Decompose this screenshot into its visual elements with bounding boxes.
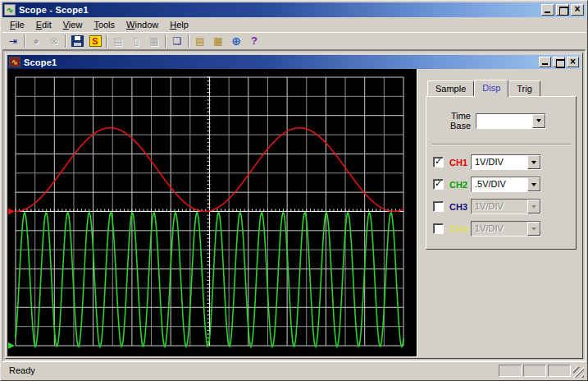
stop-icon: ⊗ bbox=[48, 35, 61, 47]
print-preview-icon: ▤ bbox=[112, 35, 125, 47]
scope-waveform-svg bbox=[7, 69, 417, 356]
chevron-down-icon bbox=[531, 227, 536, 231]
ch1-label: CH1 bbox=[444, 158, 471, 168]
time-base-dropdown[interactable] bbox=[476, 113, 546, 129]
status-pane-2 bbox=[523, 365, 546, 377]
ch2-label: CH2 bbox=[444, 180, 471, 190]
ch1-row: CH11V/DIV bbox=[433, 151, 571, 173]
child-body: SampleDispTrig Time Base bbox=[7, 69, 581, 356]
print-icon: ▦ bbox=[148, 35, 161, 47]
help-icon: ? bbox=[248, 35, 261, 47]
minimize-button[interactable] bbox=[539, 57, 551, 67]
ch4-dropdown-button bbox=[527, 222, 540, 236]
toolbar-separator bbox=[188, 34, 189, 48]
toolbar-separator bbox=[106, 34, 107, 48]
maximize-button[interactable] bbox=[553, 57, 565, 67]
menu-item-view[interactable]: View bbox=[57, 18, 89, 31]
ch1-scale-value[interactable]: 1V/DIV bbox=[472, 155, 527, 169]
app-window: ∿ Scope - Scope1 FileEditViewToolsWindow… bbox=[0, 0, 588, 381]
channel-rows: CH11V/DIVCH2.5V/DIVCH31V/DIVCH41V/DIV bbox=[433, 151, 571, 240]
ch1-scale-dropdown[interactable]: 1V/DIV bbox=[471, 154, 541, 170]
ch3-row: CH31V/DIV bbox=[433, 195, 571, 218]
ch3-checkbox[interactable] bbox=[433, 201, 444, 212]
toolbar-globe-button[interactable]: ⊕ bbox=[227, 33, 245, 49]
menu-bar: FileEditViewToolsWindowHelp bbox=[2, 17, 586, 32]
menu-item-file[interactable]: File bbox=[4, 18, 30, 31]
disp-tab-panel: Time Base CH11V/DIVCH2.5V/DIVCH31V/DIVCH… bbox=[426, 96, 577, 250]
toolbar-copy-button[interactable]: ❏ bbox=[168, 33, 186, 49]
ch4-row: CH41V/DIV bbox=[433, 218, 571, 240]
menu-item-edit[interactable]: Edit bbox=[30, 18, 57, 31]
copy-icon: ❏ bbox=[171, 35, 184, 47]
ch3-scale-dropdown: 1V/DIV bbox=[471, 199, 541, 214]
grid-icon: ▦ bbox=[212, 35, 225, 47]
status-panes bbox=[497, 365, 571, 377]
toolbar-separator bbox=[65, 34, 66, 48]
status-bar: Ready bbox=[2, 361, 586, 379]
s-badge-icon: S bbox=[89, 35, 102, 47]
toolbar-print-preview-button: ▤ bbox=[109, 33, 127, 49]
menu-item-help[interactable]: Help bbox=[164, 18, 194, 31]
minimize-button[interactable] bbox=[541, 4, 554, 16]
title-bar[interactable]: ∿ Scope - Scope1 bbox=[2, 2, 586, 17]
ch1-checkbox[interactable] bbox=[433, 157, 444, 168]
tab-disp[interactable]: Disp bbox=[474, 80, 508, 97]
menu-item-tools[interactable]: Tools bbox=[88, 18, 121, 31]
toolbar-print-button: ▦ bbox=[145, 33, 163, 49]
child-window-buttons bbox=[539, 57, 579, 67]
time-base-dropdown-button[interactable] bbox=[532, 114, 545, 128]
time-base-label: Time Base bbox=[430, 111, 471, 131]
window-buttons bbox=[541, 4, 584, 16]
ch4-scale-dropdown: 1V/DIV bbox=[471, 221, 541, 236]
child-window-title: Scope1 bbox=[24, 57, 539, 67]
exit-icon: ⇥ bbox=[7, 35, 20, 47]
ch1-dropdown-button[interactable] bbox=[527, 155, 540, 169]
toolbar-exit-button[interactable]: ⇥ bbox=[4, 33, 22, 49]
ch3-label: CH3 bbox=[444, 202, 471, 212]
tab-strip: SampleDispTrig bbox=[426, 79, 577, 96]
separator bbox=[431, 144, 571, 145]
toolbar-separator bbox=[24, 34, 25, 48]
chevron-down-icon bbox=[531, 183, 536, 186]
window-title: Scope - Scope1 bbox=[19, 5, 541, 15]
tab-trig[interactable]: Trig bbox=[508, 80, 540, 96]
control-panel: SampleDispTrig Time Base bbox=[417, 69, 581, 356]
ch2-dropdown-button[interactable] bbox=[527, 177, 540, 191]
toolbar-save-button[interactable] bbox=[68, 33, 86, 49]
paste-icon: ▯ bbox=[130, 35, 143, 47]
time-base-value[interactable] bbox=[476, 114, 532, 128]
toolbar-paste-button: ▯ bbox=[127, 33, 145, 49]
toolbar-grid-button[interactable]: ▦ bbox=[209, 33, 227, 49]
chevron-down-icon bbox=[531, 205, 536, 209]
toolbar-help-button[interactable]: ? bbox=[245, 33, 263, 49]
status-pane-1 bbox=[499, 365, 522, 377]
close-button[interactable] bbox=[571, 4, 584, 16]
scope1-child-window: ∿ Scope1 SampleDispTrig Time Base bbox=[5, 53, 583, 359]
toolbar-properties-button[interactable]: ▤ bbox=[191, 33, 209, 49]
child-title-bar[interactable]: ∿ Scope1 bbox=[7, 55, 581, 69]
toolbar: ⇥●⊗S▤▯▦❏▤▦⊕? bbox=[2, 32, 586, 50]
ch2-checkbox[interactable] bbox=[433, 179, 444, 190]
ch4-scale-value: 1V/DIV bbox=[472, 222, 527, 236]
status-text: Ready bbox=[9, 365, 497, 375]
ch3-dropdown-button bbox=[527, 200, 540, 213]
time-base-row: Time Base bbox=[430, 111, 571, 131]
ch4-label: CH4 bbox=[444, 224, 471, 234]
status-pane-3 bbox=[548, 365, 571, 377]
ch4-checkbox[interactable] bbox=[433, 223, 444, 234]
resize-grip[interactable] bbox=[573, 367, 584, 378]
menu-item-window[interactable]: Window bbox=[121, 18, 164, 31]
chevron-down-icon bbox=[536, 119, 541, 122]
ch2-scale-dropdown[interactable]: .5V/DIV bbox=[471, 177, 541, 192]
scope1-icon: ∿ bbox=[9, 57, 21, 67]
toolbar-s-badge-button[interactable]: S bbox=[86, 33, 104, 49]
tab-sample[interactable]: Sample bbox=[427, 80, 474, 96]
save-icon bbox=[71, 35, 84, 47]
app-icon: ∿ bbox=[4, 4, 16, 16]
record-icon: ● bbox=[30, 35, 43, 47]
close-button[interactable] bbox=[567, 57, 579, 67]
ch2-scale-value[interactable]: .5V/DIV bbox=[472, 177, 527, 191]
maximize-button[interactable] bbox=[556, 4, 569, 16]
ch3-scale-value: 1V/DIV bbox=[472, 200, 527, 213]
chevron-down-icon bbox=[531, 161, 536, 164]
